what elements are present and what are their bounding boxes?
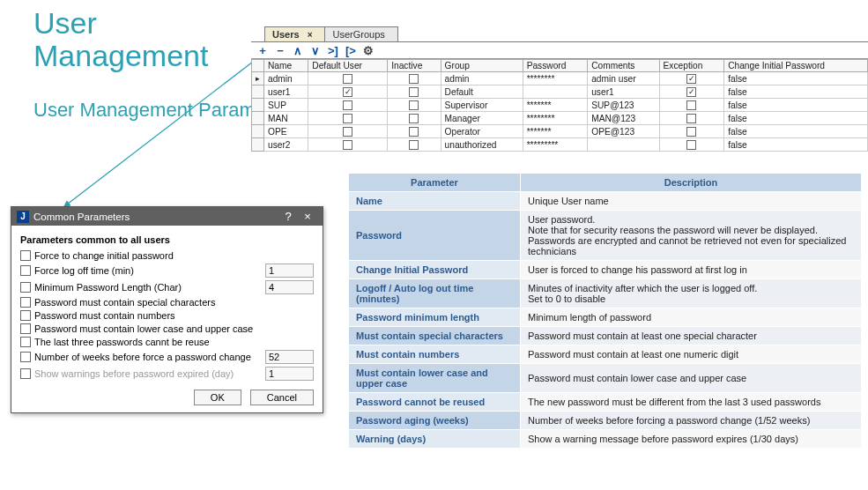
param-value[interactable] bbox=[265, 264, 314, 278]
cell-inactive[interactable] bbox=[388, 112, 441, 125]
cell-inactive[interactable] bbox=[388, 125, 441, 138]
cell-group[interactable]: Manager bbox=[441, 112, 523, 125]
ok-button[interactable]: OK bbox=[194, 390, 241, 405]
cell-inactive[interactable] bbox=[388, 99, 441, 112]
grid-col-4[interactable]: Password bbox=[523, 60, 588, 72]
cell-password[interactable]: ******* bbox=[523, 125, 588, 138]
param-value[interactable] bbox=[265, 350, 314, 364]
close-icon[interactable]: × bbox=[298, 210, 317, 223]
up-icon[interactable]: ∧ bbox=[292, 44, 304, 56]
minus-icon[interactable]: − bbox=[274, 44, 286, 56]
grid-col-6[interactable]: Exception bbox=[659, 60, 724, 72]
gear-icon[interactable]: ⚙ bbox=[362, 44, 375, 56]
cell-password[interactable]: ******** bbox=[523, 72, 588, 85]
grid-col-0[interactable]: Name bbox=[264, 60, 308, 72]
cell-name[interactable]: SUP bbox=[264, 99, 308, 112]
cell-name[interactable]: MAN bbox=[264, 112, 308, 125]
checkbox[interactable] bbox=[20, 265, 31, 276]
tab-usergroups-label: UserGroups bbox=[332, 29, 384, 40]
table-row[interactable]: user1✓Defaultuser1✓false bbox=[252, 85, 868, 99]
cell-cip[interactable]: false bbox=[724, 72, 868, 85]
cell-group[interactable]: Default bbox=[441, 85, 523, 99]
table-row[interactable]: SUPSupervisor*******SUP@123false bbox=[252, 99, 868, 112]
first-icon[interactable]: >] bbox=[327, 44, 339, 56]
cell-password[interactable]: ******* bbox=[523, 99, 588, 112]
desc-text: Password must contain lower case and upp… bbox=[521, 364, 862, 393]
cell-cip[interactable]: false bbox=[724, 99, 868, 112]
dialog-section-title: Parameters common to all users bbox=[20, 234, 314, 245]
cell-default[interactable]: ✓ bbox=[308, 85, 388, 99]
checkbox[interactable] bbox=[20, 368, 31, 379]
checkbox[interactable] bbox=[20, 323, 31, 334]
cell-default[interactable] bbox=[308, 72, 388, 85]
table-row[interactable]: ▸adminadmin********admin user✓false bbox=[252, 72, 868, 85]
dialog-titlebar[interactable]: J Common Parameters ? × bbox=[11, 207, 323, 226]
table-row[interactable]: OPEOperator*******OPE@123false bbox=[252, 125, 868, 138]
cell-name[interactable]: user2 bbox=[264, 138, 308, 152]
cell-exception[interactable]: ✓ bbox=[659, 85, 724, 99]
cell-group[interactable]: Operator bbox=[441, 125, 523, 138]
grid-col-7[interactable]: Change Initial Password bbox=[724, 60, 868, 72]
cell-inactive[interactable] bbox=[388, 72, 441, 85]
checkbox[interactable] bbox=[20, 250, 31, 261]
cell-cip[interactable]: false bbox=[724, 125, 868, 138]
row-selector-header bbox=[252, 60, 264, 72]
cell-default[interactable] bbox=[308, 138, 388, 152]
cell-inactive[interactable] bbox=[388, 138, 441, 152]
cell-comments[interactable] bbox=[588, 138, 659, 152]
param-value[interactable] bbox=[265, 280, 314, 294]
param-value[interactable] bbox=[265, 367, 314, 381]
cell-name[interactable]: user1 bbox=[264, 85, 308, 99]
cell-exception[interactable] bbox=[659, 125, 724, 138]
cell-comments[interactable]: MAN@123 bbox=[588, 112, 659, 125]
last-icon[interactable]: [> bbox=[345, 44, 357, 56]
tab-usergroups[interactable]: UserGroups bbox=[324, 26, 397, 41]
param-label: Password must contain lower case and upp… bbox=[34, 323, 314, 334]
desc-row: Must contain special charactersPassword … bbox=[349, 327, 862, 345]
cancel-button[interactable]: Cancel bbox=[250, 390, 314, 405]
help-icon[interactable]: ? bbox=[278, 210, 298, 223]
cell-comments[interactable]: admin user bbox=[588, 72, 659, 85]
cell-default[interactable] bbox=[308, 99, 388, 112]
cell-exception[interactable] bbox=[659, 99, 724, 112]
param-row-4: Password must contain numbers bbox=[20, 310, 314, 321]
cell-password[interactable]: ******** bbox=[523, 112, 588, 125]
cell-cip[interactable]: false bbox=[724, 112, 868, 125]
checkbox[interactable] bbox=[20, 352, 31, 362]
cell-password[interactable]: ********* bbox=[523, 138, 588, 152]
plus-icon[interactable]: + bbox=[256, 44, 269, 56]
cell-group[interactable]: unauthorized bbox=[441, 138, 523, 152]
cell-comments[interactable]: OPE@123 bbox=[588, 125, 659, 138]
close-icon[interactable]: × bbox=[308, 30, 313, 40]
desc-text: Number of weeks before forcing a passwor… bbox=[521, 412, 862, 430]
cell-exception[interactable] bbox=[659, 112, 724, 125]
grid-col-2[interactable]: Inactive bbox=[388, 60, 441, 72]
checkbox[interactable] bbox=[20, 337, 31, 347]
cell-name[interactable]: admin bbox=[264, 72, 308, 85]
cell-exception[interactable]: ✓ bbox=[659, 72, 724, 85]
grid-col-5[interactable]: Comments bbox=[588, 60, 659, 72]
table-row[interactable]: user2unauthorized*********false bbox=[252, 138, 868, 152]
cell-group[interactable]: Supervisor bbox=[441, 99, 523, 112]
cell-default[interactable] bbox=[308, 112, 388, 125]
cell-comments[interactable]: SUP@123 bbox=[588, 99, 659, 112]
cell-name[interactable]: OPE bbox=[264, 125, 308, 138]
cell-exception[interactable] bbox=[659, 138, 724, 152]
cell-group[interactable]: admin bbox=[441, 72, 523, 85]
cell-inactive[interactable] bbox=[388, 85, 441, 99]
checkbox[interactable] bbox=[20, 310, 31, 321]
down-icon[interactable]: ∨ bbox=[309, 44, 322, 56]
table-row[interactable]: MANManager********MAN@123false bbox=[252, 112, 868, 125]
checkbox[interactable] bbox=[20, 297, 31, 308]
grid-col-1[interactable]: Default User bbox=[308, 60, 388, 72]
param-label: Number of weeks before force a password … bbox=[34, 352, 262, 362]
cell-cip[interactable]: false bbox=[724, 85, 868, 99]
cell-password[interactable] bbox=[523, 85, 588, 99]
tab-users[interactable]: Users × bbox=[264, 26, 325, 41]
cell-comments[interactable]: user1 bbox=[588, 85, 659, 99]
cell-default[interactable] bbox=[308, 125, 388, 138]
cell-cip[interactable]: false bbox=[724, 138, 868, 152]
checkbox[interactable] bbox=[20, 282, 31, 293]
grid-col-3[interactable]: Group bbox=[441, 60, 523, 72]
param-row-3: Password must contain special characters bbox=[20, 297, 314, 308]
